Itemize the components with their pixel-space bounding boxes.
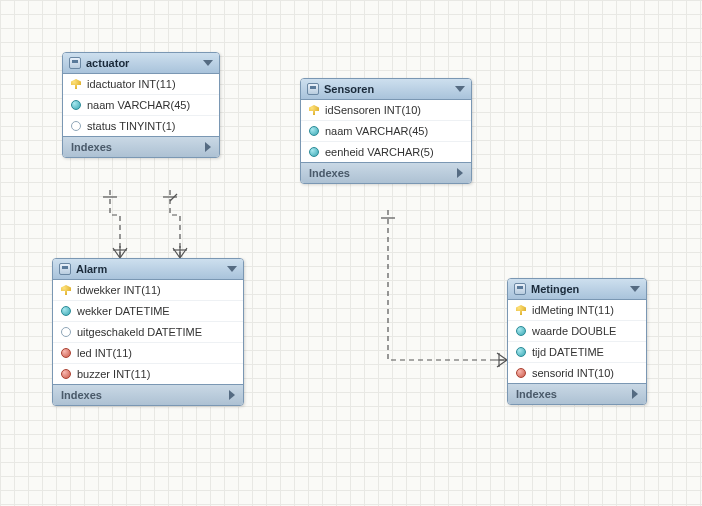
expand-icon[interactable]	[457, 168, 463, 178]
key-icon	[61, 285, 71, 295]
column-row[interactable]: uitgeschakeld DATETIME	[53, 321, 243, 342]
table-actuator[interactable]: actuator idactuator INT(11) naam VARCHAR…	[62, 52, 220, 158]
table-title: actuator	[86, 57, 129, 69]
column-row[interactable]: status TINYINT(1)	[63, 115, 219, 136]
fk-icon	[61, 348, 71, 358]
svg-line-2	[170, 194, 177, 201]
table-alarm[interactable]: Alarm idwekker INT(11) wekker DATETIME u…	[52, 258, 244, 406]
table-header-alarm[interactable]: Alarm	[53, 259, 243, 280]
attr-icon	[61, 327, 71, 337]
table-header-actuator[interactable]: actuator	[63, 53, 219, 74]
attr-icon	[309, 126, 319, 136]
column-text: idSensoren INT(10)	[325, 104, 421, 116]
section-label: Indexes	[61, 389, 102, 401]
column-row[interactable]: tijd DATETIME	[508, 341, 646, 362]
table-icon	[514, 283, 526, 295]
column-row[interactable]: eenheid VARCHAR(5)	[301, 141, 471, 162]
indexes-section[interactable]: Indexes	[63, 136, 219, 157]
column-row[interactable]: naam VARCHAR(45)	[63, 94, 219, 115]
table-metingen[interactable]: Metingen idMeting INT(11) waarde DOUBLE …	[507, 278, 647, 405]
column-text: sensorid INT(10)	[532, 367, 614, 379]
section-label: Indexes	[516, 388, 557, 400]
expand-icon[interactable]	[229, 390, 235, 400]
collapse-icon[interactable]	[227, 266, 237, 272]
column-row[interactable]: idSensoren INT(10)	[301, 100, 471, 120]
column-text: naam VARCHAR(45)	[325, 125, 428, 137]
section-label: Indexes	[71, 141, 112, 153]
column-text: led INT(11)	[77, 347, 132, 359]
table-title: Alarm	[76, 263, 107, 275]
column-text: idMeting INT(11)	[532, 304, 614, 316]
column-row[interactable]: buzzer INT(11)	[53, 363, 243, 384]
collapse-icon[interactable]	[455, 86, 465, 92]
column-text: status TINYINT(1)	[87, 120, 175, 132]
attr-icon	[71, 100, 81, 110]
column-text: idactuator INT(11)	[87, 78, 176, 90]
expand-icon[interactable]	[632, 389, 638, 399]
attr-icon	[71, 121, 81, 131]
column-row[interactable]: idMeting INT(11)	[508, 300, 646, 320]
column-row[interactable]: wekker DATETIME	[53, 300, 243, 321]
key-icon	[71, 79, 81, 89]
column-text: tijd DATETIME	[532, 346, 604, 358]
fk-icon	[61, 369, 71, 379]
key-icon	[309, 105, 319, 115]
table-header-metingen[interactable]: Metingen	[508, 279, 646, 300]
indexes-section[interactable]: Indexes	[53, 384, 243, 405]
column-text: waarde DOUBLE	[532, 325, 616, 337]
column-row[interactable]: waarde DOUBLE	[508, 320, 646, 341]
table-icon	[307, 83, 319, 95]
attr-icon	[309, 147, 319, 157]
column-row[interactable]: sensorid INT(10)	[508, 362, 646, 383]
column-row[interactable]: naam VARCHAR(45)	[301, 120, 471, 141]
table-sensoren[interactable]: Sensoren idSensoren INT(10) naam VARCHAR…	[300, 78, 472, 184]
column-text: idwekker INT(11)	[77, 284, 161, 296]
table-title: Sensoren	[324, 83, 374, 95]
fk-icon	[516, 368, 526, 378]
table-title: Metingen	[531, 283, 579, 295]
section-label: Indexes	[309, 167, 350, 179]
column-row[interactable]: idwekker INT(11)	[53, 280, 243, 300]
column-text: eenheid VARCHAR(5)	[325, 146, 434, 158]
expand-icon[interactable]	[205, 142, 211, 152]
indexes-section[interactable]: Indexes	[301, 162, 471, 183]
attr-icon	[516, 347, 526, 357]
key-icon	[516, 305, 526, 315]
column-row[interactable]: led INT(11)	[53, 342, 243, 363]
table-icon	[59, 263, 71, 275]
attr-icon	[61, 306, 71, 316]
column-text: uitgeschakeld DATETIME	[77, 326, 202, 338]
attr-icon	[516, 326, 526, 336]
column-text: wekker DATETIME	[77, 305, 170, 317]
column-text: buzzer INT(11)	[77, 368, 150, 380]
collapse-icon[interactable]	[203, 60, 213, 66]
column-row[interactable]: idactuator INT(11)	[63, 74, 219, 94]
table-header-sensoren[interactable]: Sensoren	[301, 79, 471, 100]
table-icon	[69, 57, 81, 69]
indexes-section[interactable]: Indexes	[508, 383, 646, 404]
column-text: naam VARCHAR(45)	[87, 99, 190, 111]
collapse-icon[interactable]	[630, 286, 640, 292]
